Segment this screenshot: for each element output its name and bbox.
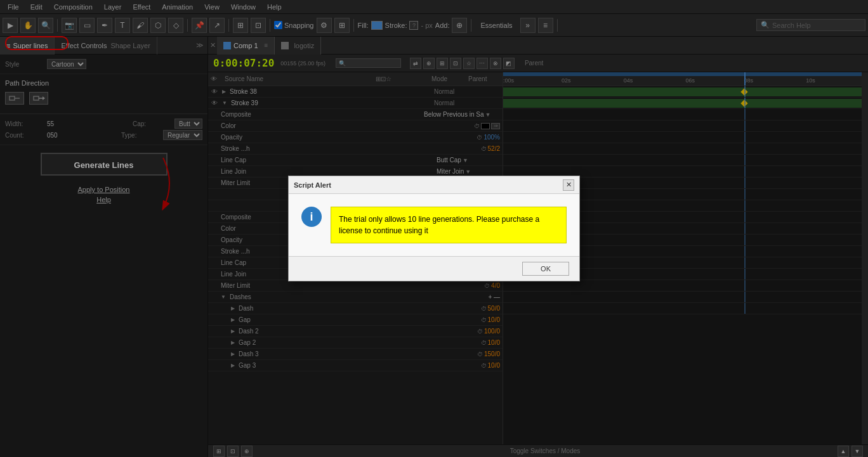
modal-footer: OK [289,256,579,281]
modal-ok-button[interactable]: OK [522,262,569,276]
modal-title: Script Alert [294,181,563,189]
modal-title-bar: Script Alert ✕ [289,176,579,194]
modal-overlay[interactable]: Script Alert ✕ i The trial only allows 1… [0,0,868,457]
modal-info-icon: i [301,207,322,227]
modal-message: The trial only allows 10 line generation… [331,207,567,243]
modal-close-button[interactable]: ✕ [563,179,574,191]
script-alert-dialog: Script Alert ✕ i The trial only allows 1… [288,176,580,281]
modal-body: i The trial only allows 10 line generati… [289,194,579,256]
